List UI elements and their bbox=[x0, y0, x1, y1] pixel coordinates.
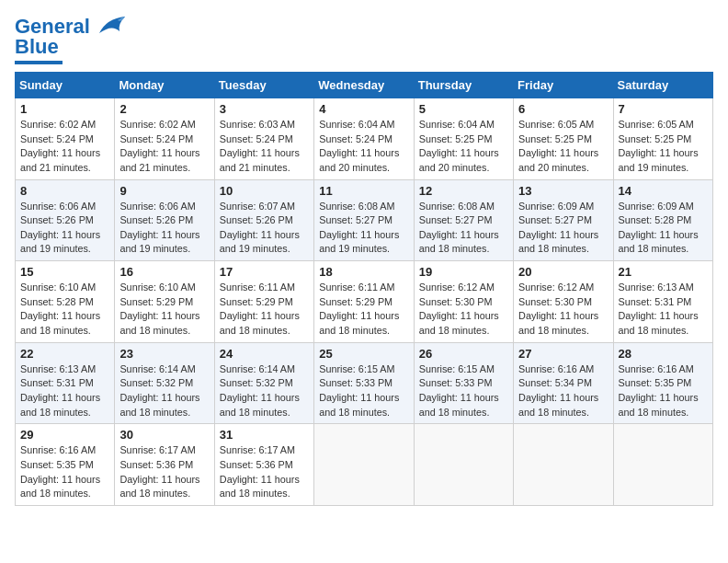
day-number: 9 bbox=[119, 184, 209, 198]
logo-bird-icon bbox=[92, 15, 127, 39]
day-number: 7 bbox=[619, 102, 708, 116]
calendar-cell: 14 Sunrise: 6:09 AMSunset: 5:28 PMDaylig… bbox=[613, 179, 712, 261]
calendar-header-row: SundayMondayTuesdayWednesdayThursdayFrid… bbox=[16, 73, 713, 98]
calendar-cell: 8 Sunrise: 6:06 AMSunset: 5:26 PMDayligh… bbox=[16, 179, 115, 261]
day-info: Sunrise: 6:16 AMSunset: 5:35 PMDaylight:… bbox=[619, 363, 699, 418]
day-number: 16 bbox=[119, 265, 209, 279]
calendar-col-tuesday: Tuesday bbox=[214, 73, 313, 98]
day-info: Sunrise: 6:09 AMSunset: 5:28 PMDaylight:… bbox=[619, 201, 699, 255]
calendar-cell: 19 Sunrise: 6:12 AMSunset: 5:30 PMDaylig… bbox=[414, 261, 513, 343]
page-header: General Blue bbox=[15, 15, 713, 64]
day-info: Sunrise: 6:03 AMSunset: 5:24 PMDaylight:… bbox=[220, 119, 300, 173]
calendar-cell: 30 Sunrise: 6:17 AMSunset: 5:36 PMDaylig… bbox=[115, 424, 214, 506]
calendar-cell: 23 Sunrise: 6:14 AMSunset: 5:32 PMDaylig… bbox=[115, 342, 214, 424]
day-number: 25 bbox=[319, 347, 408, 361]
calendar-cell bbox=[414, 424, 513, 506]
day-number: 5 bbox=[419, 102, 508, 116]
day-number: 30 bbox=[119, 428, 209, 442]
day-info: Sunrise: 6:15 AMSunset: 5:33 PMDaylight:… bbox=[419, 363, 499, 418]
week-row-4: 22 Sunrise: 6:13 AMSunset: 5:31 PMDaylig… bbox=[16, 342, 713, 424]
calendar-col-saturday: Saturday bbox=[613, 73, 712, 98]
calendar-cell: 4 Sunrise: 6:04 AMSunset: 5:24 PMDayligh… bbox=[314, 98, 414, 180]
calendar-cell: 7 Sunrise: 6:05 AMSunset: 5:25 PMDayligh… bbox=[613, 98, 712, 180]
day-info: Sunrise: 6:08 AMSunset: 5:27 PMDaylight:… bbox=[419, 201, 499, 255]
day-number: 23 bbox=[119, 347, 209, 361]
calendar-col-thursday: Thursday bbox=[414, 73, 513, 98]
calendar-cell: 9 Sunrise: 6:06 AMSunset: 5:26 PMDayligh… bbox=[115, 179, 214, 261]
day-number: 29 bbox=[20, 428, 109, 442]
day-info: Sunrise: 6:08 AMSunset: 5:27 PMDaylight:… bbox=[319, 201, 399, 255]
calendar-cell: 15 Sunrise: 6:10 AMSunset: 5:28 PMDaylig… bbox=[16, 261, 115, 343]
week-row-5: 29 Sunrise: 6:16 AMSunset: 5:35 PMDaylig… bbox=[16, 424, 713, 506]
day-info: Sunrise: 6:02 AMSunset: 5:24 PMDaylight:… bbox=[20, 119, 100, 173]
calendar-cell: 26 Sunrise: 6:15 AMSunset: 5:33 PMDaylig… bbox=[414, 342, 513, 424]
week-row-1: 1 Sunrise: 6:02 AMSunset: 5:24 PMDayligh… bbox=[16, 98, 713, 180]
calendar-col-friday: Friday bbox=[514, 73, 613, 98]
calendar-cell: 2 Sunrise: 6:02 AMSunset: 5:24 PMDayligh… bbox=[115, 98, 214, 180]
day-info: Sunrise: 6:17 AMSunset: 5:36 PMDaylight:… bbox=[119, 444, 199, 499]
calendar-col-wednesday: Wednesday bbox=[314, 73, 414, 98]
day-number: 15 bbox=[20, 265, 109, 279]
calendar-cell: 28 Sunrise: 6:16 AMSunset: 5:35 PMDaylig… bbox=[613, 342, 712, 424]
calendar-cell: 21 Sunrise: 6:13 AMSunset: 5:31 PMDaylig… bbox=[613, 261, 712, 343]
day-info: Sunrise: 6:09 AMSunset: 5:27 PMDaylight:… bbox=[518, 201, 598, 255]
day-number: 28 bbox=[619, 347, 708, 361]
day-number: 31 bbox=[220, 428, 309, 442]
day-number: 27 bbox=[518, 347, 608, 361]
day-info: Sunrise: 6:17 AMSunset: 5:36 PMDaylight:… bbox=[220, 444, 300, 499]
day-info: Sunrise: 6:13 AMSunset: 5:31 PMDaylight:… bbox=[20, 363, 100, 418]
calendar-cell: 6 Sunrise: 6:05 AMSunset: 5:25 PMDayligh… bbox=[514, 98, 613, 180]
day-number: 19 bbox=[419, 265, 508, 279]
day-number: 8 bbox=[20, 184, 109, 198]
calendar-cell: 29 Sunrise: 6:16 AMSunset: 5:35 PMDaylig… bbox=[16, 424, 115, 506]
day-info: Sunrise: 6:16 AMSunset: 5:34 PMDaylight:… bbox=[518, 363, 598, 418]
calendar-col-monday: Monday bbox=[115, 73, 214, 98]
day-number: 6 bbox=[518, 102, 608, 116]
calendar-cell: 22 Sunrise: 6:13 AMSunset: 5:31 PMDaylig… bbox=[16, 342, 115, 424]
calendar-cell: 24 Sunrise: 6:14 AMSunset: 5:32 PMDaylig… bbox=[214, 342, 313, 424]
day-number: 4 bbox=[319, 102, 408, 116]
day-info: Sunrise: 6:14 AMSunset: 5:32 PMDaylight:… bbox=[220, 363, 300, 418]
day-info: Sunrise: 6:11 AMSunset: 5:29 PMDaylight:… bbox=[220, 282, 300, 336]
calendar-cell: 20 Sunrise: 6:12 AMSunset: 5:30 PMDaylig… bbox=[514, 261, 613, 343]
day-number: 26 bbox=[419, 347, 508, 361]
calendar-cell: 18 Sunrise: 6:11 AMSunset: 5:29 PMDaylig… bbox=[314, 261, 414, 343]
calendar-cell bbox=[514, 424, 613, 506]
calendar-table: SundayMondayTuesdayWednesdayThursdayFrid… bbox=[15, 72, 713, 506]
calendar-cell: 27 Sunrise: 6:16 AMSunset: 5:34 PMDaylig… bbox=[514, 342, 613, 424]
calendar-cell: 25 Sunrise: 6:15 AMSunset: 5:33 PMDaylig… bbox=[314, 342, 414, 424]
calendar-cell: 10 Sunrise: 6:07 AMSunset: 5:26 PMDaylig… bbox=[214, 179, 313, 261]
day-number: 13 bbox=[518, 184, 608, 198]
day-info: Sunrise: 6:05 AMSunset: 5:25 PMDaylight:… bbox=[619, 119, 699, 173]
day-info: Sunrise: 6:16 AMSunset: 5:35 PMDaylight:… bbox=[20, 444, 100, 499]
day-number: 10 bbox=[220, 184, 309, 198]
calendar-cell: 31 Sunrise: 6:17 AMSunset: 5:36 PMDaylig… bbox=[214, 424, 313, 506]
day-info: Sunrise: 6:11 AMSunset: 5:29 PMDaylight:… bbox=[319, 282, 399, 336]
week-row-3: 15 Sunrise: 6:10 AMSunset: 5:28 PMDaylig… bbox=[16, 261, 713, 343]
day-info: Sunrise: 6:14 AMSunset: 5:32 PMDaylight:… bbox=[119, 363, 199, 418]
day-info: Sunrise: 6:13 AMSunset: 5:31 PMDaylight:… bbox=[619, 282, 699, 336]
calendar-cell: 3 Sunrise: 6:03 AMSunset: 5:24 PMDayligh… bbox=[214, 98, 313, 180]
calendar-cell: 13 Sunrise: 6:09 AMSunset: 5:27 PMDaylig… bbox=[514, 179, 613, 261]
day-info: Sunrise: 6:07 AMSunset: 5:26 PMDaylight:… bbox=[220, 201, 300, 255]
logo-underline bbox=[15, 61, 63, 64]
day-number: 22 bbox=[20, 347, 109, 361]
day-number: 12 bbox=[419, 184, 508, 198]
day-info: Sunrise: 6:15 AMSunset: 5:33 PMDaylight:… bbox=[319, 363, 399, 418]
calendar-cell: 12 Sunrise: 6:08 AMSunset: 5:27 PMDaylig… bbox=[414, 179, 513, 261]
day-info: Sunrise: 6:05 AMSunset: 5:25 PMDaylight:… bbox=[518, 119, 598, 173]
calendar-cell bbox=[314, 424, 414, 506]
day-number: 1 bbox=[20, 102, 109, 116]
logo: General Blue bbox=[15, 15, 127, 64]
day-number: 24 bbox=[220, 347, 309, 361]
day-number: 11 bbox=[319, 184, 408, 198]
day-info: Sunrise: 6:04 AMSunset: 5:25 PMDaylight:… bbox=[419, 119, 499, 173]
week-row-2: 8 Sunrise: 6:06 AMSunset: 5:26 PMDayligh… bbox=[16, 179, 713, 261]
day-info: Sunrise: 6:06 AMSunset: 5:26 PMDaylight:… bbox=[119, 201, 199, 255]
day-number: 14 bbox=[619, 184, 708, 198]
calendar-cell: 17 Sunrise: 6:11 AMSunset: 5:29 PMDaylig… bbox=[214, 261, 313, 343]
day-number: 20 bbox=[518, 265, 608, 279]
day-number: 18 bbox=[319, 265, 408, 279]
day-number: 17 bbox=[220, 265, 309, 279]
calendar-cell: 1 Sunrise: 6:02 AMSunset: 5:24 PMDayligh… bbox=[16, 98, 115, 180]
